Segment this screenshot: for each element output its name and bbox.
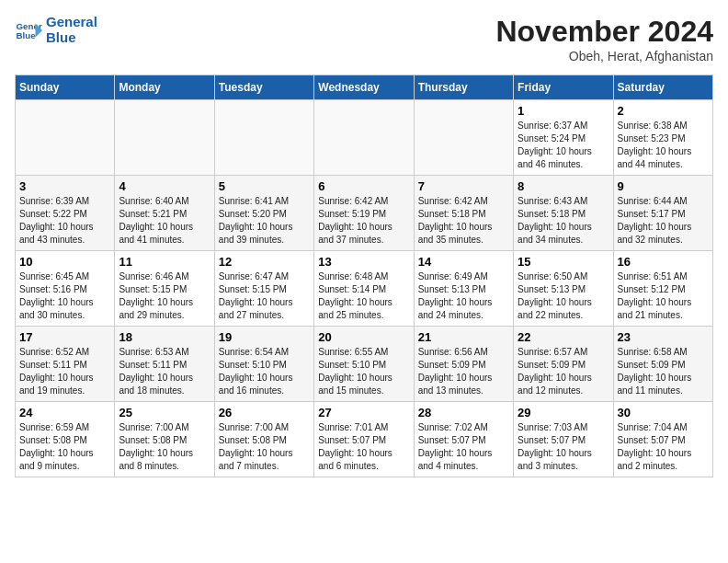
calendar-cell: 9Sunrise: 6:44 AM Sunset: 5:17 PM Daylig… [613,176,712,251]
day-info: Sunrise: 6:56 AM Sunset: 5:09 PM Dayligh… [418,346,509,397]
day-number: 23 [618,330,709,344]
calendar-cell: 27Sunrise: 7:01 AM Sunset: 5:07 PM Dayli… [314,402,414,477]
calendar-cell [16,100,115,176]
day-number: 17 [19,330,110,344]
week-row-5: 24Sunrise: 6:59 AM Sunset: 5:08 PM Dayli… [16,402,713,477]
day-number: 20 [318,330,409,344]
day-number: 25 [119,406,210,419]
day-info: Sunrise: 6:42 AM Sunset: 5:19 PM Dayligh… [318,195,409,247]
weekday-sunday: Sunday [16,75,115,100]
calendar-cell: 12Sunrise: 6:47 AM Sunset: 5:15 PM Dayli… [214,251,313,327]
calendar-cell [214,100,313,176]
day-info: Sunrise: 7:00 AM Sunset: 5:08 PM Dayligh… [219,421,310,473]
week-row-3: 10Sunrise: 6:45 AM Sunset: 5:16 PM Dayli… [16,251,713,327]
calendar-cell: 8Sunrise: 6:43 AM Sunset: 5:18 PM Daylig… [514,176,613,251]
day-info: Sunrise: 6:37 AM Sunset: 5:24 PM Dayligh… [518,120,609,171]
day-info: Sunrise: 7:02 AM Sunset: 5:07 PM Dayligh… [418,421,509,473]
day-info: Sunrise: 6:38 AM Sunset: 5:23 PM Dayligh… [618,120,709,171]
day-info: Sunrise: 6:57 AM Sunset: 5:09 PM Dayligh… [518,346,609,397]
day-info: Sunrise: 6:54 AM Sunset: 5:10 PM Dayligh… [219,346,310,397]
day-number: 28 [418,406,509,419]
day-number: 8 [518,179,609,193]
day-info: Sunrise: 6:52 AM Sunset: 5:11 PM Dayligh… [19,346,110,397]
calendar-cell: 16Sunrise: 6:51 AM Sunset: 5:12 PM Dayli… [613,251,712,327]
page-header: General Blue GeneralBlue November 2024 O… [15,15,713,63]
day-number: 18 [119,330,210,344]
day-number: 10 [19,255,110,269]
calendar-cell: 23Sunrise: 6:58 AM Sunset: 5:09 PM Dayli… [613,327,712,402]
calendar-cell: 26Sunrise: 7:00 AM Sunset: 5:08 PM Dayli… [214,402,313,477]
title-block: November 2024 Obeh, Herat, Afghanistan [495,15,713,63]
weekday-thursday: Thursday [414,75,513,100]
calendar-cell: 20Sunrise: 6:55 AM Sunset: 5:10 PM Dayli… [314,327,414,402]
day-number: 7 [418,179,509,193]
day-number: 13 [318,255,409,269]
day-number: 30 [618,406,709,419]
day-number: 1 [518,104,609,118]
day-number: 21 [418,330,509,344]
day-number: 4 [119,179,210,193]
day-info: Sunrise: 6:59 AM Sunset: 5:08 PM Dayligh… [19,421,110,473]
calendar-cell: 18Sunrise: 6:53 AM Sunset: 5:11 PM Dayli… [115,327,214,402]
calendar-cell [314,100,414,176]
calendar-cell: 17Sunrise: 6:52 AM Sunset: 5:11 PM Dayli… [16,327,115,402]
calendar-cell: 1Sunrise: 6:37 AM Sunset: 5:24 PM Daylig… [514,100,613,176]
calendar-cell: 14Sunrise: 6:49 AM Sunset: 5:13 PM Dayli… [414,251,513,327]
weekday-monday: Monday [115,75,214,100]
calendar-subtitle: Obeh, Herat, Afghanistan [495,49,713,63]
day-number: 11 [119,255,210,269]
day-info: Sunrise: 6:53 AM Sunset: 5:11 PM Dayligh… [119,346,210,397]
day-number: 15 [518,255,609,269]
calendar-cell: 5Sunrise: 6:41 AM Sunset: 5:20 PM Daylig… [214,176,313,251]
day-info: Sunrise: 7:04 AM Sunset: 5:07 PM Dayligh… [618,421,709,473]
day-number: 26 [219,406,310,419]
day-info: Sunrise: 6:51 AM Sunset: 5:12 PM Dayligh… [618,270,709,322]
day-info: Sunrise: 6:39 AM Sunset: 5:22 PM Dayligh… [19,195,110,247]
day-info: Sunrise: 7:03 AM Sunset: 5:07 PM Dayligh… [518,421,609,473]
week-row-4: 17Sunrise: 6:52 AM Sunset: 5:11 PM Dayli… [16,327,713,402]
day-info: Sunrise: 6:42 AM Sunset: 5:18 PM Dayligh… [418,195,509,247]
day-number: 27 [318,406,409,419]
day-number: 19 [219,330,310,344]
weekday-saturday: Saturday [613,75,712,100]
calendar-cell: 22Sunrise: 6:57 AM Sunset: 5:09 PM Dayli… [514,327,613,402]
calendar-table: SundayMondayTuesdayWednesdayThursdayFrid… [15,75,713,477]
day-info: Sunrise: 6:50 AM Sunset: 5:13 PM Dayligh… [518,270,609,322]
calendar-cell: 29Sunrise: 7:03 AM Sunset: 5:07 PM Dayli… [514,402,613,477]
day-info: Sunrise: 6:46 AM Sunset: 5:15 PM Dayligh… [119,270,210,322]
calendar-cell: 7Sunrise: 6:42 AM Sunset: 5:18 PM Daylig… [414,176,513,251]
day-info: Sunrise: 6:44 AM Sunset: 5:17 PM Dayligh… [618,195,709,247]
day-number: 16 [618,255,709,269]
day-info: Sunrise: 6:49 AM Sunset: 5:13 PM Dayligh… [418,270,509,322]
day-info: Sunrise: 6:43 AM Sunset: 5:18 PM Dayligh… [518,195,609,247]
calendar-cell: 24Sunrise: 6:59 AM Sunset: 5:08 PM Dayli… [16,402,115,477]
calendar-title: November 2024 [495,15,713,49]
day-number: 2 [618,104,709,118]
weekday-friday: Friday [514,75,613,100]
day-info: Sunrise: 6:40 AM Sunset: 5:21 PM Dayligh… [119,195,210,247]
day-number: 6 [318,179,409,193]
logo: General Blue GeneralBlue [15,15,97,45]
day-info: Sunrise: 6:45 AM Sunset: 5:16 PM Dayligh… [19,270,110,322]
day-info: Sunrise: 6:48 AM Sunset: 5:14 PM Dayligh… [318,270,409,322]
calendar-cell: 6Sunrise: 6:42 AM Sunset: 5:19 PM Daylig… [314,176,414,251]
calendar-cell: 11Sunrise: 6:46 AM Sunset: 5:15 PM Dayli… [115,251,214,327]
day-number: 9 [618,179,709,193]
day-number: 5 [219,179,310,193]
calendar-cell: 4Sunrise: 6:40 AM Sunset: 5:21 PM Daylig… [115,176,214,251]
day-info: Sunrise: 7:00 AM Sunset: 5:08 PM Dayligh… [119,421,210,473]
calendar-cell: 3Sunrise: 6:39 AM Sunset: 5:22 PM Daylig… [16,176,115,251]
day-number: 24 [19,406,110,419]
calendar-cell: 30Sunrise: 7:04 AM Sunset: 5:07 PM Dayli… [613,402,712,477]
day-number: 3 [19,179,110,193]
day-info: Sunrise: 6:58 AM Sunset: 5:09 PM Dayligh… [618,346,709,397]
calendar-cell: 28Sunrise: 7:02 AM Sunset: 5:07 PM Dayli… [414,402,513,477]
calendar-cell: 21Sunrise: 6:56 AM Sunset: 5:09 PM Dayli… [414,327,513,402]
logo-text: GeneralBlue [46,15,97,45]
logo-icon: General Blue [15,17,42,44]
day-info: Sunrise: 6:41 AM Sunset: 5:20 PM Dayligh… [219,195,310,247]
day-info: Sunrise: 6:47 AM Sunset: 5:15 PM Dayligh… [219,270,310,322]
day-number: 12 [219,255,310,269]
calendar-cell: 19Sunrise: 6:54 AM Sunset: 5:10 PM Dayli… [214,327,313,402]
calendar-cell: 25Sunrise: 7:00 AM Sunset: 5:08 PM Dayli… [115,402,214,477]
